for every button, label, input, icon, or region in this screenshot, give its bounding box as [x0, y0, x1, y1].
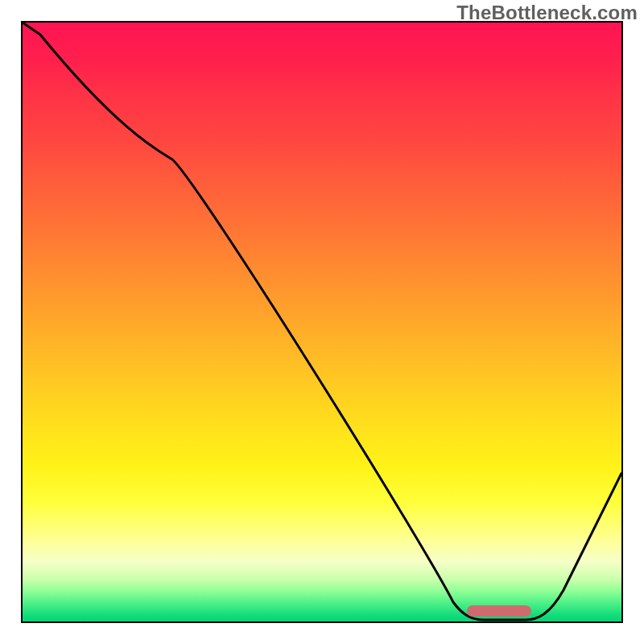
plot-area [21, 21, 623, 623]
optimal-range-marker [467, 605, 531, 617]
chart-root: TheBottleneck.com [0, 0, 644, 644]
watermark-text: TheBottleneck.com [456, 2, 638, 24]
bottleneck-curve [23, 23, 621, 621]
